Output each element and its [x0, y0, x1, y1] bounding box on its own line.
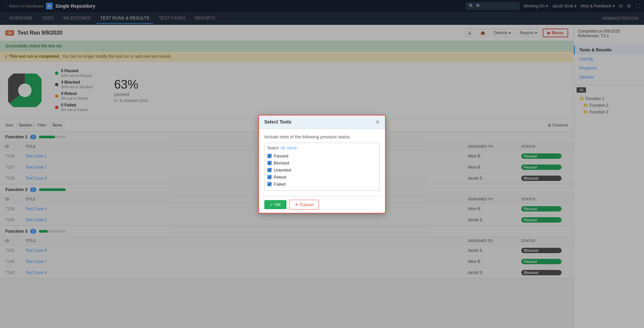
checkbox-failed[interactable]: Failed: [267, 181, 377, 188]
checkbox-passed[interactable]: Passed: [267, 152, 377, 159]
failed-checkbox[interactable]: [267, 182, 272, 186]
checkmark-icon: ✓: [270, 202, 273, 207]
modal-body: Include tests of the following previous …: [259, 129, 385, 196]
checkbox-untested[interactable]: Untested: [267, 167, 377, 174]
blocked-checkbox[interactable]: [267, 161, 272, 165]
modal-header: Select Tests ✕: [259, 115, 385, 129]
modal-overlay: Select Tests ✕ Include tests of the foll…: [0, 0, 644, 328]
select-all-none: Select All None: [267, 146, 377, 150]
modal-label: Include tests of the following previous …: [264, 134, 380, 139]
retest-checkbox[interactable]: [267, 175, 272, 179]
select-none-link[interactable]: None: [287, 146, 297, 150]
select-all-link[interactable]: All: [280, 146, 285, 150]
checkbox-retest[interactable]: Retest: [267, 174, 377, 181]
cancel-button[interactable]: ✕ Cancel: [289, 200, 319, 209]
passed-checkbox[interactable]: [267, 154, 272, 158]
ok-button[interactable]: ✓ OK: [264, 200, 286, 209]
modal-select-box: Select All None Passed Blocked Untested: [264, 143, 380, 191]
checkbox-blocked[interactable]: Blocked: [267, 159, 377, 167]
untested-checkbox[interactable]: [267, 168, 272, 172]
x-icon: ✕: [295, 202, 299, 207]
modal-close-button[interactable]: ✕: [375, 119, 380, 125]
modal-footer: ✓ OK ✕ Cancel: [259, 196, 385, 213]
modal-title: Select Tests: [264, 119, 291, 125]
select-tests-modal: Select Tests ✕ Include tests of the foll…: [258, 115, 386, 214]
